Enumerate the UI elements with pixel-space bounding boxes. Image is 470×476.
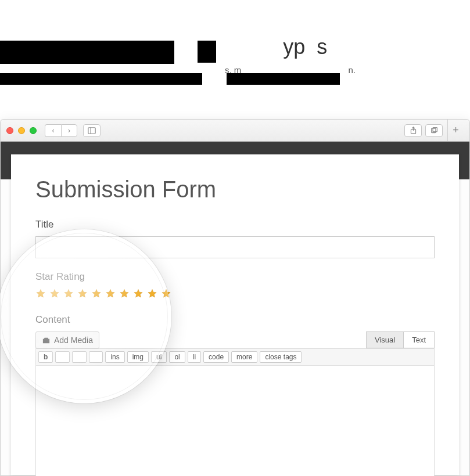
browser-chrome: ‹ › +	[1, 120, 469, 142]
new-tab-button[interactable]: +	[447, 120, 464, 142]
back-button[interactable]: ‹	[45, 124, 61, 137]
content-editor[interactable]	[35, 366, 435, 476]
toolbar-button[interactable]	[89, 351, 103, 363]
title-label: Title	[35, 219, 435, 230]
star-icon[interactable]	[49, 289, 60, 299]
minimize-window-button[interactable]	[18, 127, 25, 134]
toolbar-button[interactable]: ol	[169, 351, 185, 363]
star-rating[interactable]	[35, 289, 435, 299]
toolbar-button[interactable]	[55, 351, 70, 363]
tab-visual[interactable]: Visual	[366, 331, 404, 348]
traffic-lights	[6, 127, 37, 134]
star-icon[interactable]	[119, 289, 130, 299]
maximize-window-button[interactable]	[30, 127, 37, 134]
toolbar-button[interactable]: more	[231, 351, 257, 363]
tabs-button[interactable]	[425, 124, 443, 137]
toolbar-button[interactable]: ul	[151, 351, 167, 363]
page-content: Submission Form Title Star Rating Conten…	[11, 154, 459, 475]
browser-window: ‹ › + Submission Form Title Star Rating …	[0, 119, 470, 476]
star-icon[interactable]	[91, 289, 102, 299]
editor-toolbar: b insimgulollicodemoreclose tags	[35, 348, 435, 366]
form-heading: Submission Form	[35, 176, 435, 203]
star-icon[interactable]	[105, 289, 116, 299]
add-media-label: Add Media	[54, 336, 93, 345]
star-icon[interactable]	[133, 289, 143, 299]
svg-rect-0	[88, 127, 95, 134]
toolbar-button[interactable]: code	[203, 351, 229, 363]
close-window-button[interactable]	[6, 127, 13, 134]
star-icon[interactable]	[147, 289, 157, 299]
tabs-icon	[430, 127, 438, 134]
star-icon[interactable]	[161, 289, 171, 299]
redaction-bar	[198, 41, 216, 63]
toolbar-button[interactable]: close tags	[260, 351, 302, 363]
camera-icon	[42, 336, 51, 345]
toolbar-button[interactable]: b	[38, 351, 53, 363]
toolbar-button[interactable]: img	[127, 351, 149, 363]
share-icon	[410, 127, 417, 134]
star-icon[interactable]	[35, 289, 46, 299]
star-icon[interactable]	[77, 289, 88, 299]
toolbar-button[interactable]	[72, 351, 87, 363]
redaction-bar	[0, 41, 174, 64]
tab-text[interactable]: Text	[404, 331, 435, 348]
toolbar-button[interactable]: li	[188, 351, 201, 363]
content-label: Content	[35, 314, 435, 326]
add-media-button[interactable]: Add Media	[35, 331, 99, 349]
share-button[interactable]	[404, 124, 422, 137]
sidebar-toggle-button[interactable]	[83, 124, 101, 137]
panel-icon	[88, 127, 96, 135]
forward-button[interactable]: ›	[61, 124, 77, 137]
redaction-bar	[0, 73, 202, 85]
rating-label: Star Rating	[35, 271, 435, 283]
title-input[interactable]	[35, 236, 435, 258]
star-icon[interactable]	[63, 289, 74, 299]
redaction-bar	[227, 73, 340, 85]
toolbar-button[interactable]: ins	[105, 351, 124, 363]
